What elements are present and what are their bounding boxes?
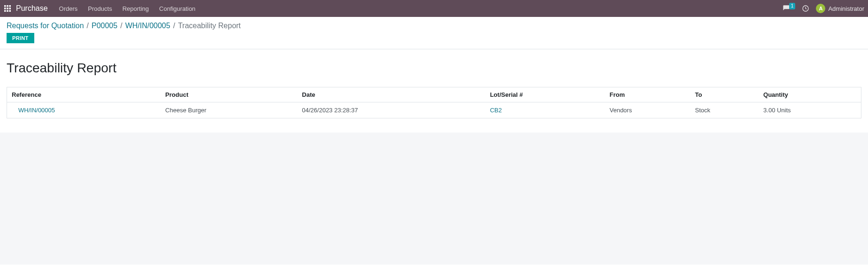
breadcrumb: Requests for Quotation / P00005 / WH/IN/… <box>7 22 861 30</box>
col-date: Date <box>297 87 485 102</box>
page-title: Traceability Report <box>7 61 861 76</box>
cell-from: Vendors <box>605 102 690 118</box>
print-button[interactable]: PRINT <box>7 33 34 43</box>
username: Administrator <box>828 5 864 12</box>
svg-rect-2 <box>9 5 11 7</box>
svg-rect-0 <box>4 5 6 7</box>
cell-lot: CB2 <box>485 102 605 118</box>
col-reference: Reference <box>7 87 161 102</box>
avatar: A <box>816 4 825 13</box>
nav-menu: Orders Products Reporting Configuration <box>59 5 196 12</box>
col-product: Product <box>161 87 297 102</box>
table-row: WH/IN/00005 Cheese Burger 04/26/2023 23:… <box>7 102 861 118</box>
col-to: To <box>690 87 759 102</box>
reference-link[interactable]: WH/IN/00005 <box>12 107 55 114</box>
nav-item-configuration[interactable]: Configuration <box>159 5 195 12</box>
clock-icon <box>802 5 809 12</box>
top-navbar: Purchase Orders Products Reporting Confi… <box>0 0 868 17</box>
crumb-current: Traceability Report <box>178 22 241 30</box>
app-brand[interactable]: Purchase <box>16 4 48 13</box>
apps-icon[interactable] <box>4 5 11 12</box>
svg-rect-5 <box>9 8 11 9</box>
crumb-order[interactable]: P00005 <box>92 22 117 30</box>
chat-badge: 1 <box>789 3 796 9</box>
nav-item-reporting[interactable]: Reporting <box>123 5 149 12</box>
cell-to: Stock <box>690 102 759 118</box>
main-content: Traceability Report Reference Product Da… <box>0 49 868 132</box>
lot-link[interactable]: CB2 <box>490 107 502 114</box>
svg-rect-8 <box>9 10 11 12</box>
nav-item-orders[interactable]: Orders <box>59 5 78 12</box>
cell-qty: 3.00 Units <box>759 102 861 118</box>
crumb-sep: / <box>87 22 89 30</box>
cell-date: 04/26/2023 23:28:37 <box>297 102 485 118</box>
crumb-transfer[interactable]: WH/IN/00005 <box>125 22 170 30</box>
svg-rect-3 <box>4 8 6 9</box>
cell-product: Cheese Burger <box>161 102 297 118</box>
svg-rect-6 <box>4 10 6 12</box>
user-menu[interactable]: A Administrator <box>816 4 864 13</box>
traceability-table: Reference Product Date Lot/Serial # From… <box>7 87 861 118</box>
table-header-row: Reference Product Date Lot/Serial # From… <box>7 87 861 102</box>
messaging-button[interactable]: 1 <box>783 5 796 12</box>
crumb-sep: / <box>173 22 175 30</box>
col-qty: Quantity <box>759 87 861 102</box>
col-lot: Lot/Serial # <box>485 87 605 102</box>
svg-rect-1 <box>7 5 8 7</box>
cell-reference: WH/IN/00005 <box>7 102 161 118</box>
crumb-sep: / <box>120 22 122 30</box>
nav-item-products[interactable]: Products <box>88 5 112 12</box>
svg-rect-4 <box>7 8 8 9</box>
crumb-rfq[interactable]: Requests for Quotation <box>7 22 84 30</box>
col-from: From <box>605 87 690 102</box>
svg-rect-7 <box>7 10 8 12</box>
control-panel: Requests for Quotation / P00005 / WH/IN/… <box>0 17 868 49</box>
nav-right: 1 A Administrator <box>783 4 864 13</box>
activities-button[interactable] <box>802 5 809 12</box>
empty-area <box>0 132 868 264</box>
